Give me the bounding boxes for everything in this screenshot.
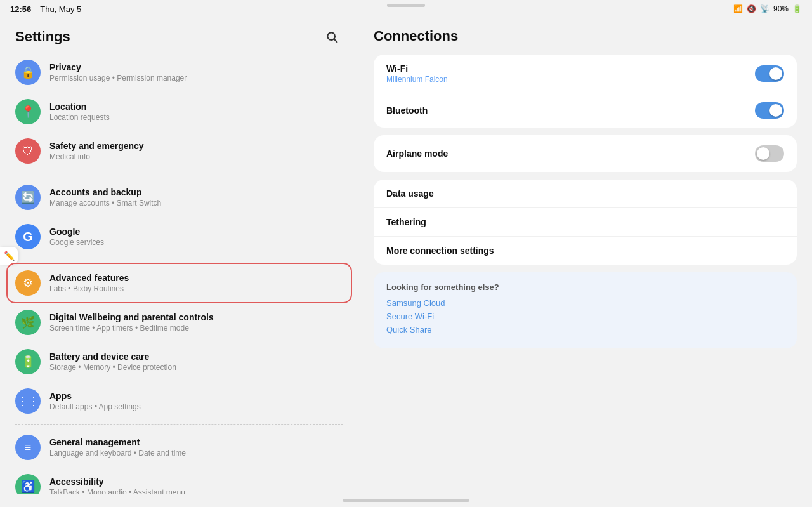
- settings-item-battery[interactable]: 🔋Battery and device careStorage • Memory…: [8, 343, 351, 381]
- settings-item-generalmanagement[interactable]: ≡General managementLanguage and keyboard…: [8, 428, 351, 466]
- settings-list: 🔒PrivacyPermission usage • Permission ma…: [0, 53, 358, 494]
- settings-item-privacy[interactable]: 🔒PrivacyPermission usage • Permission ma…: [8, 53, 351, 91]
- battery-title: Battery and device care: [49, 352, 343, 362]
- location-title: Location: [49, 102, 343, 112]
- wifi-bluetooth-card: Wi-Fi Millennium Falcon Bluetooth: [374, 55, 797, 128]
- bottom-scrollbar: [343, 499, 469, 502]
- bluetooth-row[interactable]: Bluetooth: [374, 93, 797, 128]
- google-icon: G: [15, 224, 41, 249]
- status-bar: 12:56 Thu, May 5 📶 🔇 📡 90% 🔋: [0, 0, 812, 18]
- google-subtitle: Google services: [49, 238, 343, 247]
- battery-text: 90%: [773, 4, 789, 13]
- accessibility-subtitle: TalkBack • Mono audio • Assistant menu: [49, 488, 343, 494]
- settings-panel: Settings 🔒PrivacyPermission usage • Perm…: [0, 18, 358, 494]
- bluetooth-label: Bluetooth: [386, 105, 428, 115]
- wifi-network: Millennium Falcon: [386, 75, 448, 84]
- divider-after-safety: [15, 174, 343, 174]
- safety-title: Safety and emergency: [49, 141, 343, 151]
- settings-item-accounts[interactable]: 🔄Accounts and backupManage accounts • Sm…: [8, 178, 351, 216]
- looking-link-quick-share[interactable]: Quick Share: [386, 325, 784, 334]
- apps-icon: ⋮⋮: [15, 388, 41, 414]
- airplane-mode-row[interactable]: Airplane mode: [374, 135, 797, 172]
- wifi-status-icon: 📡: [760, 4, 769, 13]
- settings-item-accessibility[interactable]: ♿AccessibilityTalkBack • Mono audio • As…: [8, 468, 351, 494]
- digitalwellbeing-title: Digital Wellbeing and parental controls: [49, 312, 343, 322]
- google-title: Google: [49, 227, 343, 237]
- settings-item-google[interactable]: GGoogleGoogle services: [8, 218, 351, 256]
- connections-title: Connections: [374, 28, 797, 44]
- mute-icon: 🔇: [747, 4, 756, 13]
- generalmanagement-title: General management: [49, 437, 343, 447]
- svg-line-1: [334, 39, 337, 43]
- location-subtitle: Location requests: [49, 113, 343, 122]
- accessibility-icon: ♿: [15, 474, 41, 494]
- looking-link-secure-wi-fi[interactable]: Secure Wi-Fi: [386, 312, 784, 321]
- airplane-mode-label: Airplane mode: [386, 148, 448, 159]
- settings-item-advanced[interactable]: ⚙Advanced featuresLabs • Bixby Routines: [8, 264, 351, 302]
- more-connections-label: More connection settings: [386, 246, 494, 256]
- advanced-title: Advanced features: [49, 273, 343, 283]
- generalmanagement-subtitle: Language and keyboard • Date and time: [49, 449, 343, 458]
- battery-icon: 🔋: [15, 349, 41, 374]
- data-tethering-card: Data usage Tethering More connection set…: [374, 180, 797, 265]
- safety-icon: 🛡: [15, 138, 41, 164]
- status-date: Thu, May 5: [40, 4, 81, 14]
- safety-subtitle: Medical info: [49, 152, 343, 161]
- data-usage-label: Data usage: [386, 188, 434, 199]
- more-connections-row[interactable]: More connection settings: [374, 236, 797, 265]
- drag-indicator: [387, 4, 425, 7]
- privacy-subtitle: Permission usage • Permission manager: [49, 74, 343, 82]
- wifi-toggle[interactable]: [755, 65, 784, 82]
- generalmanagement-icon: ≡: [15, 435, 41, 460]
- tethering-label: Tethering: [386, 217, 426, 227]
- connections-panel: Connections Wi-Fi Millennium Falcon Blue…: [358, 18, 812, 494]
- looking-link-samsung-cloud[interactable]: Samsung Cloud: [386, 298, 784, 308]
- digitalwellbeing-subtitle: Screen time • App timers • Bedtime mode: [49, 324, 343, 333]
- advanced-subtitle: Labs • Bixby Routines: [49, 284, 343, 293]
- digitalwellbeing-icon: 🌿: [15, 310, 41, 335]
- signal-icon: 📶: [733, 4, 743, 13]
- location-icon: 📍: [15, 99, 41, 124]
- accounts-subtitle: Manage accounts • Smart Switch: [49, 199, 343, 207]
- settings-item-safety[interactable]: 🛡Safety and emergencyMedical info: [8, 132, 351, 170]
- airplane-mode-toggle[interactable]: [755, 145, 784, 162]
- bluetooth-toggle[interactable]: [755, 102, 784, 119]
- wifi-label: Wi-Fi: [386, 63, 448, 74]
- divider-after-google: [15, 260, 343, 260]
- wifi-row[interactable]: Wi-Fi Millennium Falcon: [374, 55, 797, 93]
- divider-after-apps: [15, 424, 343, 425]
- settings-header: Settings: [0, 18, 358, 53]
- settings-title: Settings: [15, 29, 70, 45]
- data-usage-row[interactable]: Data usage: [374, 180, 797, 207]
- accounts-title: Accounts and backup: [49, 187, 343, 197]
- privacy-icon: 🔒: [15, 60, 41, 85]
- settings-item-location[interactable]: 📍LocationLocation requests: [8, 93, 351, 131]
- looking-card: Looking for something else? Samsung Clou…: [374, 272, 797, 348]
- battery-icon: 🔋: [792, 4, 802, 13]
- privacy-title: Privacy: [49, 62, 343, 72]
- apps-subtitle: Default apps • App settings: [49, 402, 343, 411]
- looking-title: Looking for something else?: [386, 282, 784, 292]
- status-time: 12:56: [10, 4, 31, 14]
- battery-subtitle: Storage • Memory • Device protection: [49, 363, 343, 372]
- status-icons: 📶 🔇 📡 90% 🔋: [733, 4, 802, 13]
- tethering-row[interactable]: Tethering: [374, 207, 797, 236]
- search-button[interactable]: [320, 25, 343, 48]
- accessibility-title: Accessibility: [49, 477, 343, 487]
- accounts-icon: 🔄: [15, 185, 41, 210]
- apps-title: Apps: [49, 391, 343, 401]
- settings-item-apps[interactable]: ⋮⋮AppsDefault apps • App settings: [8, 382, 351, 420]
- advanced-icon: ⚙: [15, 270, 41, 296]
- settings-item-digitalwellbeing[interactable]: 🌿Digital Wellbeing and parental controls…: [8, 303, 351, 341]
